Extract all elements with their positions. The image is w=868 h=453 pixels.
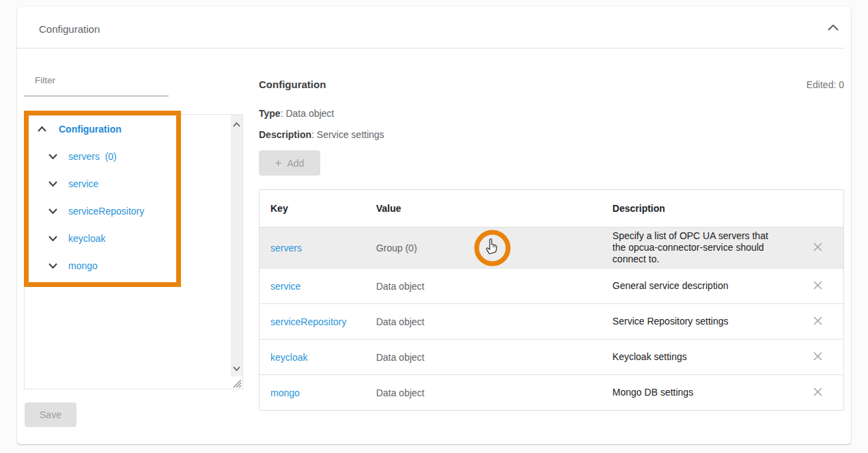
add-button[interactable]: + Add	[259, 150, 320, 176]
configuration-card: Configuration Filter Configuration serve…	[17, 7, 851, 444]
tree-scrollbar[interactable]	[231, 115, 242, 376]
resize-grip-icon[interactable]	[232, 378, 242, 388]
row-description: Service Repository settings	[613, 316, 782, 327]
delete-row-button[interactable]	[810, 385, 826, 401]
column-header-key: Key	[260, 203, 365, 214]
edited-count: Edited: 0	[807, 79, 844, 90]
tree-node-label: Configuration	[59, 124, 122, 135]
chevron-down-icon[interactable]	[47, 206, 58, 217]
row-key-link[interactable]: servers	[270, 243, 302, 253]
table-row-servers[interactable]: servers Group (0) Specify a list of OPC …	[260, 227, 843, 268]
tree-node-service[interactable]: service	[25, 176, 98, 192]
delete-row-button[interactable]	[810, 349, 826, 366]
row-key-link[interactable]: keycloak	[270, 352, 307, 363]
chevron-down-icon[interactable]	[47, 260, 58, 271]
type-line: Type: Data object	[259, 108, 334, 119]
row-value: Data object	[365, 316, 602, 327]
tree-node-label: keycloak	[68, 233, 105, 244]
delete-row-button[interactable]	[810, 314, 826, 330]
row-description: Keycloak settings	[613, 351, 782, 363]
description-value: Service settings	[317, 129, 384, 140]
table-row-servicerepository[interactable]: serviceRepository Data object Service Re…	[260, 303, 843, 339]
tree-node-servicerepository[interactable]: serviceRepository	[25, 203, 144, 219]
scroll-up-icon[interactable]	[233, 118, 240, 130]
tree-node-label: mongo	[68, 260, 98, 271]
row-key-link[interactable]: serviceRepository	[270, 316, 346, 327]
row-value: Data object	[365, 281, 602, 292]
chevron-down-icon[interactable]	[47, 233, 58, 244]
type-value: Data object	[285, 108, 334, 119]
collapse-panel-button[interactable]	[825, 19, 841, 36]
row-key-link[interactable]: service	[270, 281, 300, 292]
tree-node-servers[interactable]: servers (0)	[25, 148, 117, 165]
row-description: Mongo DB settings	[613, 387, 782, 398]
row-description: Specify a list of OPC UA servers that th…	[613, 230, 782, 265]
card-title: Configuration	[39, 23, 100, 35]
close-icon	[812, 279, 824, 293]
close-icon	[812, 386, 824, 400]
description-separator: :	[311, 129, 317, 140]
column-header-description: Description	[602, 203, 792, 214]
chevron-up-icon	[828, 21, 839, 33]
tree-node-label: service	[68, 178, 98, 189]
filter-input[interactable]	[24, 82, 169, 96]
table-row-keycloak[interactable]: keycloak Data object Keycloak settings	[260, 339, 843, 374]
column-header-value: Value	[365, 203, 602, 214]
description-label: Description	[259, 129, 311, 140]
row-value: Data object	[365, 387, 602, 398]
type-label: Type	[259, 108, 281, 119]
tree-node-label: servers (0)	[68, 151, 117, 162]
header-divider	[17, 48, 844, 49]
table-row-mongo[interactable]: mongo Data object Mongo DB settings	[260, 374, 843, 410]
row-key-link[interactable]: mongo	[270, 387, 300, 398]
row-description: General service description	[613, 280, 782, 292]
tree-node-mongo[interactable]: mongo	[25, 258, 98, 274]
close-icon	[812, 351, 824, 364]
close-icon	[812, 315, 824, 329]
tree-node-configuration[interactable]: Configuration	[25, 121, 122, 137]
add-button-label: Add	[288, 158, 305, 169]
save-button[interactable]: Save	[25, 402, 76, 427]
row-value: Group (0)	[365, 243, 602, 253]
scroll-down-icon[interactable]	[233, 361, 240, 374]
plus-icon: +	[275, 156, 282, 170]
description-line: Description: Service settings	[259, 129, 384, 140]
delete-row-button[interactable]	[810, 278, 826, 294]
selected-node-title: Configuration	[259, 79, 326, 90]
table-row-service[interactable]: service Data object General service desc…	[260, 268, 843, 303]
properties-table: Key Value Description servers Group (0) …	[259, 189, 844, 411]
close-icon	[812, 241, 824, 255]
chevron-down-icon[interactable]	[47, 151, 58, 162]
table-header-row: Key Value Description	[260, 190, 843, 227]
chevron-up-icon[interactable]	[36, 124, 47, 135]
chevron-down-icon[interactable]	[47, 178, 58, 189]
tree-node-keycloak[interactable]: keycloak	[25, 230, 105, 247]
config-tree: Configuration servers (0) service servic…	[24, 114, 243, 389]
tree-node-label: serviceRepository	[68, 206, 144, 217]
row-value: Data object	[365, 352, 602, 363]
delete-row-button[interactable]	[810, 240, 826, 256]
